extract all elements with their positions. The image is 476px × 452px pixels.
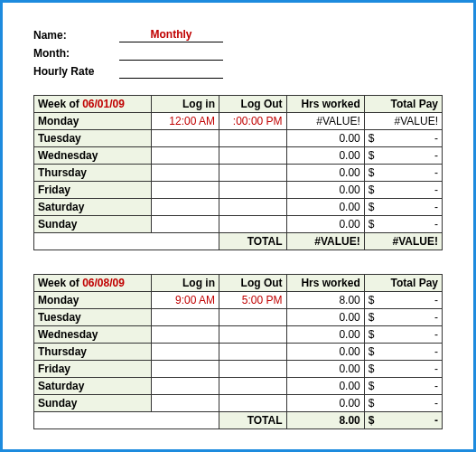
login-cell[interactable]	[152, 182, 219, 199]
currency: $	[369, 311, 375, 324]
rate-label: Hourly Rate	[33, 65, 119, 78]
currency: $	[369, 328, 375, 341]
amount: -	[434, 328, 438, 341]
logout-cell[interactable]	[219, 309, 287, 326]
week1-col-pay: Total Pay	[364, 96, 442, 113]
table-row: Tuesday0.00$-	[34, 309, 443, 326]
logout-cell[interactable]	[219, 344, 287, 361]
currency: $	[369, 166, 375, 179]
pay-cell: $-	[364, 344, 442, 361]
amount: -	[434, 380, 438, 392]
blank-cell	[34, 233, 152, 250]
week2-total-hrs: 8.00	[286, 412, 364, 429]
day-cell: Wednesday	[34, 147, 152, 165]
month-value[interactable]	[119, 46, 223, 61]
login-cell[interactable]	[152, 165, 219, 182]
login-cell[interactable]: 12:00 AM	[152, 113, 219, 130]
table-row: Monday9:00 AM5:00 PM8.00$-	[34, 292, 443, 309]
hrs-cell: 0.00	[286, 378, 364, 395]
rate-row: Hourly Rate	[33, 64, 443, 79]
login-cell[interactable]	[152, 361, 219, 378]
logout-cell[interactable]: 5:00 PM	[219, 292, 287, 309]
table-row: Wednesday0.00$-	[34, 147, 443, 165]
login-cell[interactable]	[152, 216, 219, 233]
pay-cell: $-	[364, 395, 442, 412]
week1-total-hrs: #VALUE!	[286, 233, 364, 250]
pay-cell: #VALUE!	[364, 113, 442, 130]
logout-cell[interactable]	[219, 199, 287, 216]
currency: $	[369, 397, 375, 410]
currency: $	[369, 380, 375, 392]
week1-col-logout: Log Out	[219, 96, 287, 113]
day-cell: Friday	[34, 361, 152, 378]
hrs-cell: 0.00	[286, 395, 364, 412]
logout-cell[interactable]	[219, 130, 287, 147]
currency: $	[369, 132, 375, 145]
pay-cell: $-	[364, 216, 442, 233]
hrs-cell: 0.00	[286, 326, 364, 344]
login-cell[interactable]	[152, 326, 219, 344]
login-cell[interactable]	[152, 395, 219, 412]
name-label: Name:	[33, 29, 119, 42]
pay-cell: $-	[364, 309, 442, 326]
hrs-cell: #VALUE!	[286, 113, 364, 130]
day-cell: Saturday	[34, 199, 152, 216]
pay-cell: $-	[364, 361, 442, 378]
logout-cell[interactable]	[219, 147, 287, 165]
day-cell: Tuesday	[34, 130, 152, 147]
day-cell: Tuesday	[34, 309, 152, 326]
logout-cell[interactable]	[219, 182, 287, 199]
login-cell[interactable]	[152, 344, 219, 361]
login-cell[interactable]	[152, 309, 219, 326]
blank-cell	[34, 412, 152, 429]
amount: #VALUE!	[395, 115, 438, 127]
week1-total-row: TOTAL #VALUE! #VALUE!	[34, 233, 443, 250]
currency: $	[369, 184, 375, 196]
amount: -	[434, 414, 438, 427]
week2-total-pay: $-	[364, 412, 442, 429]
login-cell[interactable]	[152, 199, 219, 216]
pay-cell: $-	[364, 326, 442, 344]
rate-value[interactable]	[119, 64, 223, 79]
amount: -	[434, 132, 438, 145]
day-cell: Thursday	[34, 165, 152, 182]
logout-cell[interactable]	[219, 326, 287, 344]
week1-label-cell: Week of 06/01/09	[34, 96, 152, 113]
logout-cell[interactable]	[219, 216, 287, 233]
currency: $	[369, 149, 375, 162]
table-row: Thursday0.00$-	[34, 165, 443, 182]
login-cell[interactable]	[152, 130, 219, 147]
login-cell[interactable]	[152, 147, 219, 165]
logout-cell[interactable]	[219, 361, 287, 378]
logout-cell[interactable]: :00:00 PM	[219, 113, 287, 130]
logout-cell[interactable]	[219, 395, 287, 412]
table-row: Sunday0.00$-	[34, 395, 443, 412]
hrs-cell: 0.00	[286, 309, 364, 326]
logout-cell[interactable]	[219, 378, 287, 395]
week2-label-cell: Week of 06/08/09	[34, 275, 152, 292]
table-row: Saturday0.00$-	[34, 378, 443, 395]
amount: -	[434, 201, 438, 213]
blank-cell	[152, 233, 219, 250]
week2-label: Week of	[38, 277, 82, 289]
logout-cell[interactable]	[219, 165, 287, 182]
week2-col-hrs: Hrs worked	[286, 275, 364, 292]
name-value[interactable]: Monthly	[119, 28, 223, 42]
day-cell: Sunday	[34, 216, 152, 233]
amount: -	[434, 218, 438, 231]
currency: $	[369, 414, 375, 427]
week2-total-row: TOTAL 8.00 $-	[34, 412, 443, 429]
login-cell[interactable]: 9:00 AM	[152, 292, 219, 309]
amount: -	[434, 345, 438, 358]
week1-table: Week of 06/01/09 Log in Log Out Hrs work…	[33, 95, 443, 250]
day-cell: Sunday	[34, 395, 152, 412]
pay-cell: $-	[364, 292, 442, 309]
amount: -	[434, 311, 438, 324]
table-row: Thursday0.00$-	[34, 344, 443, 361]
amount: -	[434, 363, 438, 375]
login-cell[interactable]	[152, 378, 219, 395]
name-row: Name: Monthly	[33, 28, 443, 42]
amount: -	[434, 149, 438, 162]
day-cell: Saturday	[34, 378, 152, 395]
hrs-cell: 0.00	[286, 344, 364, 361]
